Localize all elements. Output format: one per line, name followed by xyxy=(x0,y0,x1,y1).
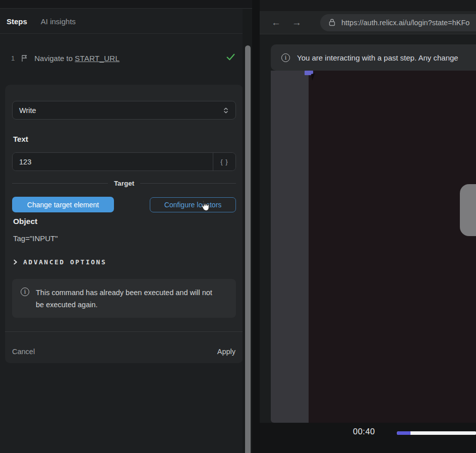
already-executed-note: i This command has already been executed… xyxy=(12,279,236,318)
playback-progress-fill xyxy=(397,431,410,435)
url-bar[interactable]: https://auth.relicx.ai/u/login?state=hKF… xyxy=(320,14,476,31)
change-target-element-button[interactable]: Change target element xyxy=(12,197,114,212)
playback-time: 00:40 xyxy=(353,427,375,436)
success-check-icon xyxy=(226,53,235,63)
info-icon: i xyxy=(21,288,29,296)
step-number: 1 xyxy=(11,54,15,62)
step-editor-card: Write Text 123 { } Target Change target … xyxy=(5,85,243,363)
configure-locators-button[interactable]: Configure locators xyxy=(150,197,236,212)
advanced-options-label: ADVANCED OPTIONS xyxy=(23,258,106,266)
lock-icon xyxy=(329,19,335,26)
browser-top-strip xyxy=(260,0,476,11)
replay-viewport: i You are interacting with a past step. … xyxy=(260,34,476,453)
back-icon[interactable]: ← xyxy=(271,18,281,27)
step-action-text: Navigate to xyxy=(34,54,73,63)
step-description: Navigate to START_URL xyxy=(34,54,120,63)
already-executed-text: This command has already been executed a… xyxy=(36,287,219,318)
object-label: Object xyxy=(13,217,37,226)
advanced-options-toggle[interactable]: ADVANCED OPTIONS xyxy=(13,258,106,266)
steps-scrollbar-track xyxy=(243,9,252,453)
tab-steps[interactable]: Steps xyxy=(7,17,27,26)
panel-top-strip xyxy=(0,0,252,9)
object-tag-value: Tag="INPUT" xyxy=(13,234,58,243)
past-step-banner: i You are interacting with a past step. … xyxy=(271,44,476,71)
info-icon: i xyxy=(281,53,290,62)
divider-line xyxy=(140,183,236,184)
tab-ai-insights[interactable]: AI insights xyxy=(41,17,76,26)
browser-toolbar: ← → https://auth.relicx.ai/u/login?state… xyxy=(260,11,476,34)
target-section-divider: Target xyxy=(12,180,236,187)
step-row[interactable]: 1 Navigate to START_URL xyxy=(0,50,243,66)
recorded-page-sidebar xyxy=(271,71,309,423)
apply-button[interactable]: Apply xyxy=(217,348,235,356)
browser-preview-panel: ← → https://auth.relicx.ai/u/login?state… xyxy=(260,0,476,453)
target-buttons-row: Change target element Configure locators xyxy=(12,197,236,213)
card-footer-divider xyxy=(5,331,243,332)
past-step-banner-text: You are interacting with a past step. An… xyxy=(297,53,458,62)
flag-icon xyxy=(21,54,28,62)
url-text: https://auth.relicx.ai/u/login?state=hKF… xyxy=(341,19,469,27)
text-field-label: Text xyxy=(13,135,28,143)
start-url-link[interactable]: START_URL xyxy=(75,54,120,63)
steps-panel: Steps AI insights 1 Navigate to START_UR… xyxy=(0,0,252,453)
command-select[interactable]: Write xyxy=(12,101,236,120)
app-root: Steps AI insights 1 Navigate to START_UR… xyxy=(0,0,476,453)
divider-line xyxy=(12,183,108,184)
insert-variable-button[interactable]: { } xyxy=(213,153,235,171)
playback-progress-bar[interactable] xyxy=(397,431,476,435)
forward-icon[interactable]: → xyxy=(292,18,302,27)
tab-bar: Steps AI insights xyxy=(0,9,243,34)
recorded-page-screenshot xyxy=(271,71,476,423)
steps-scrollbar-thumb[interactable] xyxy=(245,45,251,453)
recorded-cursor-icon xyxy=(311,73,317,80)
panel-divider xyxy=(252,0,260,453)
text-input[interactable]: 123 xyxy=(13,153,213,171)
select-updown-icon xyxy=(223,107,229,114)
command-select-value: Write xyxy=(19,106,36,115)
cancel-button[interactable]: Cancel xyxy=(12,348,35,356)
chevron-right-icon xyxy=(13,259,18,265)
side-scroll-handle[interactable] xyxy=(460,184,476,236)
text-input-row: 123 { } xyxy=(12,152,236,171)
target-section-label: Target xyxy=(114,180,134,187)
